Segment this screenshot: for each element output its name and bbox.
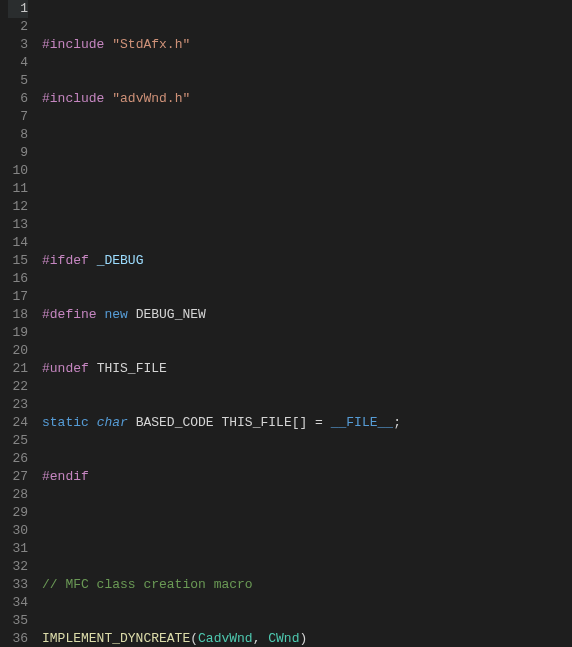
code-line[interactable]: // MFC class creation macro (42, 576, 572, 594)
code-area[interactable]: #include "StdAfx.h" #include "advWnd.h" … (38, 0, 572, 647)
line-number: 29 (8, 504, 28, 522)
preprocessor: #ifdef (42, 253, 89, 268)
code-line[interactable]: IMPLEMENT_DYNCREATE(CadvWnd, CWnd) (42, 630, 572, 647)
code-line[interactable]: #include "StdAfx.h" (42, 36, 572, 54)
code-line[interactable] (42, 144, 572, 162)
line-number: 18 (8, 306, 28, 324)
code-line[interactable]: #undef THIS_FILE (42, 360, 572, 378)
line-number: 10 (8, 162, 28, 180)
line-number: 32 (8, 558, 28, 576)
line-number: 13 (8, 216, 28, 234)
identifier: BASED_CODE THIS_FILE[] = (136, 415, 331, 430)
preprocessor: #include (42, 37, 104, 52)
comment: // MFC class creation macro (42, 577, 253, 592)
line-number: 35 (8, 612, 28, 630)
code-line[interactable]: #include "advWnd.h" (42, 90, 572, 108)
macro: __FILE__ (331, 415, 393, 430)
code-line[interactable]: #ifdef _DEBUG (42, 252, 572, 270)
line-number: 9 (8, 144, 28, 162)
line-number: 36 (8, 630, 28, 647)
line-number: 6 (8, 90, 28, 108)
line-number: 31 (8, 540, 28, 558)
line-number: 24 (8, 414, 28, 432)
line-number: 25 (8, 432, 28, 450)
line-number: 11 (8, 180, 28, 198)
line-number: 28 (8, 486, 28, 504)
code-line[interactable]: #define new DEBUG_NEW (42, 306, 572, 324)
identifier: new (104, 307, 127, 322)
code-line[interactable] (42, 198, 572, 216)
identifier: THIS_FILE (97, 361, 167, 376)
line-number: 15 (8, 252, 28, 270)
preprocessor: #define (42, 307, 97, 322)
line-number: 21 (8, 360, 28, 378)
identifier: DEBUG_NEW (136, 307, 206, 322)
string-literal: "StdAfx.h" (112, 37, 190, 52)
identifier: _DEBUG (97, 253, 144, 268)
line-number: 26 (8, 450, 28, 468)
line-number: 3 (8, 36, 28, 54)
line-number: 17 (8, 288, 28, 306)
string-literal: "advWnd.h" (112, 91, 190, 106)
code-editor[interactable]: 1 2 3 4 5 6 7 8 9 10 11 12 13 14 15 16 1… (0, 0, 572, 647)
line-number: 27 (8, 468, 28, 486)
line-number: 14 (8, 234, 28, 252)
line-number: 1 (8, 0, 28, 18)
line-number: 5 (8, 72, 28, 90)
code-line[interactable]: #endif (42, 468, 572, 486)
line-number: 23 (8, 396, 28, 414)
code-line[interactable] (42, 522, 572, 540)
line-number-gutter: 1 2 3 4 5 6 7 8 9 10 11 12 13 14 15 16 1… (0, 0, 38, 647)
line-number: 34 (8, 594, 28, 612)
preprocessor: #endif (42, 469, 89, 484)
line-number: 22 (8, 378, 28, 396)
line-number: 33 (8, 576, 28, 594)
class-name: CWnd (268, 631, 299, 646)
function-call: IMPLEMENT_DYNCREATE (42, 631, 190, 646)
class-name: CadvWnd (198, 631, 253, 646)
line-number: 19 (8, 324, 28, 342)
preprocessor: #include (42, 91, 104, 106)
line-number: 16 (8, 270, 28, 288)
line-number: 4 (8, 54, 28, 72)
preprocessor: #undef (42, 361, 89, 376)
punctuation: ; (393, 415, 401, 430)
line-number: 2 (8, 18, 28, 36)
line-number: 12 (8, 198, 28, 216)
code-line[interactable]: static char BASED_CODE THIS_FILE[] = __F… (42, 414, 572, 432)
line-number: 7 (8, 108, 28, 126)
line-number: 20 (8, 342, 28, 360)
line-number: 30 (8, 522, 28, 540)
type: char (97, 415, 128, 430)
line-number: 8 (8, 126, 28, 144)
keyword: static (42, 415, 89, 430)
